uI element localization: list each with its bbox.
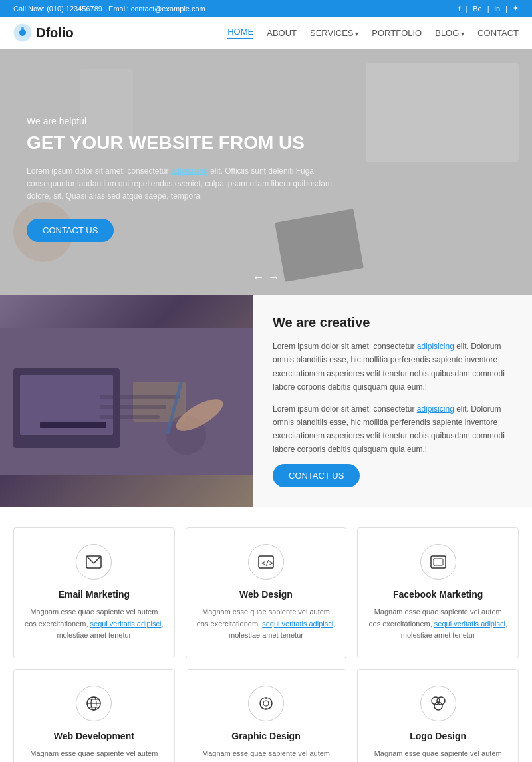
service-desc-webdesign: Magnam esse quae sapiente vel autem eos …	[197, 606, 336, 642]
svg-rect-18	[434, 559, 443, 565]
hero-keyboard-shape	[366, 63, 519, 162]
service-link-webdesign[interactable]: sequi veritatis adipisci	[262, 620, 333, 628]
hero-desc-link1[interactable]: adipisicing	[171, 166, 208, 176]
svg-rect-17	[431, 556, 446, 568]
svg-text:</>: </>	[261, 559, 273, 567]
logo-design-icon	[420, 686, 456, 721]
social-links: f | Be | in | ✦	[458, 4, 519, 13]
header: Dfolio HOME ABOUT SERVICES PORTFOLIO BLO…	[0, 17, 532, 49]
logo-icon	[13, 23, 32, 42]
facebook-icon[interactable]: f	[458, 5, 460, 13]
top-bar-contact: Call Now: (010) 123456789 Email: contact…	[13, 5, 205, 13]
service-desc-email: Magnam esse quae sapiente vel autem eos …	[25, 606, 164, 642]
nav-portfolio[interactable]: PORTFOLIO	[372, 28, 422, 38]
svg-point-25	[263, 701, 269, 706]
svg-rect-10	[100, 405, 166, 409]
nav-services[interactable]: SERVICES	[310, 28, 358, 38]
hero-cta-button[interactable]: CONTACT US	[27, 219, 114, 242]
main-nav: HOME ABOUT SERVICES PORTFOLIO BLOG CONTA…	[227, 27, 519, 39]
linkedin-icon[interactable]: in	[495, 5, 501, 13]
hero-content: We are helpful GET YOUR WEBSITE FROM US …	[27, 116, 346, 242]
about-section: We are creative Lorem ipsum dolor sit am…	[0, 295, 532, 507]
service-title-logo: Logo Design	[368, 731, 507, 741]
about-image	[0, 295, 253, 507]
about-text-2: Lorem ipsum dolor sit amet, consectetur …	[273, 402, 512, 457]
svg-rect-11	[100, 415, 160, 419]
nav-home[interactable]: HOME	[227, 27, 253, 39]
top-bar: Call Now: (010) 123456789 Email: contact…	[0, 0, 532, 17]
svg-rect-6	[40, 422, 106, 428]
separator: |	[505, 5, 507, 13]
about-title: We are creative	[273, 315, 512, 330]
svg-point-1	[19, 29, 26, 36]
services-section: Email Marketing Magnam esse quae sapient…	[0, 507, 532, 762]
behance-icon[interactable]: Be	[473, 5, 481, 13]
services-grid: Email Marketing Magnam esse quae sapient…	[13, 527, 519, 762]
service-card-web-design: </> Web Design Magnam esse quae sapiente…	[186, 527, 347, 658]
service-link-email[interactable]: sequi veritatis adipisci	[90, 620, 162, 628]
about-text-1: Lorem ipsum dolor sit amet, consectetur …	[273, 340, 512, 394]
email-marketing-icon	[76, 544, 112, 580]
service-card-email-marketing: Email Marketing Magnam esse quae sapient…	[13, 527, 175, 658]
separator: |	[487, 5, 489, 13]
hero-slider-arrows[interactable]: ← →	[252, 271, 279, 285]
email-label: Email:	[108, 5, 129, 13]
about-image-placeholder	[0, 295, 253, 507]
service-desc-graphic: Magnam esse quae sapiente vel autem eos …	[197, 748, 336, 762]
hero-title: GET YOUR WEBSITE FROM US	[27, 132, 346, 154]
logo-text: Dfolio	[36, 25, 74, 41]
service-title-webdev: Web Development	[25, 731, 164, 741]
hero-subtitle: We are helpful	[27, 116, 346, 126]
about-content: We are creative Lorem ipsum dolor sit am…	[253, 295, 532, 507]
service-link-facebook[interactable]: sequi veritatis adipisci	[434, 620, 505, 628]
email-address: contact@example.com	[131, 5, 205, 13]
facebook-marketing-icon	[420, 544, 456, 580]
service-title-facebook: Facebook Marketing	[368, 589, 507, 600]
separator: |	[466, 5, 467, 13]
service-card-web-dev: Web Development Magnam esse quae sapient…	[13, 669, 175, 762]
graphic-design-icon	[248, 686, 284, 721]
web-development-icon	[76, 686, 112, 721]
nav-about[interactable]: ABOUT	[267, 28, 297, 38]
hero-section: We are helpful GET YOUR WEBSITE FROM US …	[0, 49, 532, 295]
service-card-facebook: Facebook Marketing Magnam esse quae sapi…	[357, 527, 519, 658]
svg-rect-9	[100, 395, 180, 399]
service-desc-logo: Magnam esse quae sapiente vel autem eos …	[368, 748, 507, 762]
nav-contact[interactable]: CONTACT	[477, 28, 519, 38]
nav-blog[interactable]: BLOG	[435, 28, 464, 38]
phone-number: (010) 123456789	[47, 5, 102, 13]
about-link2[interactable]: adipisicing	[417, 404, 454, 414]
service-title-email: Email Marketing	[25, 589, 164, 600]
twitter-icon[interactable]: ✦	[513, 4, 519, 13]
logo[interactable]: Dfolio	[13, 23, 74, 42]
hero-description: Lorem ipsum dolor sit amet, consectetur …	[27, 165, 346, 203]
service-desc-webdev: Magnam esse quae sapiente vel autem eos …	[25, 748, 164, 762]
svg-point-2	[21, 27, 24, 29]
call-label: Call Now:	[13, 5, 45, 13]
about-link1[interactable]: adipisicing	[417, 342, 454, 351]
service-card-logo: Logo Design Magnam esse quae sapiente ve…	[357, 669, 519, 762]
about-cta-button[interactable]: CONTACT US	[273, 464, 360, 487]
service-desc-facebook: Magnam esse quae sapiente vel autem eos …	[368, 606, 507, 642]
service-title-graphic: Graphic Design	[197, 731, 336, 741]
service-card-graphic: Graphic Design Magnam esse quae sapiente…	[186, 669, 347, 762]
service-title-webdesign: Web Design	[197, 589, 336, 600]
svg-point-24	[260, 698, 272, 709]
web-design-icon: </>	[248, 544, 284, 580]
